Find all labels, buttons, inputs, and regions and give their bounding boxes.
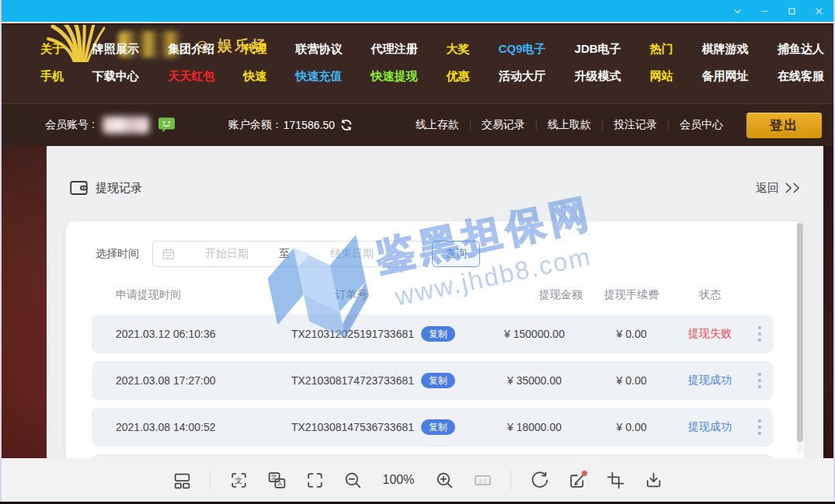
copy-button[interactable]: 复制 xyxy=(421,373,455,388)
refresh-balance-icon[interactable] xyxy=(340,119,353,131)
table-body: 2021.03.12 06:10:36TX210312025191733681复… xyxy=(92,315,773,458)
zoom-in-icon[interactable] xyxy=(434,470,454,490)
minimize-button[interactable] xyxy=(755,2,774,19)
download-icon[interactable] xyxy=(643,470,663,490)
nav-item[interactable]: 代理注册 xyxy=(371,42,417,56)
nav-item[interactable]: 大奖 xyxy=(447,42,470,56)
vertical-scrollbar[interactable] xyxy=(797,223,803,454)
chat-icon[interactable] xyxy=(157,116,176,134)
cell-status[interactable]: 提现成功 xyxy=(688,374,732,386)
nav-item[interactable]: 热门 xyxy=(650,42,673,56)
zoom-out-icon[interactable] xyxy=(343,470,363,490)
nav-column: CQ9电子活动大厅 xyxy=(499,42,546,83)
nav-item[interactable]: 升级模式 xyxy=(575,69,621,83)
cell-request-time: 2021.03.08 14:00:52 xyxy=(92,421,266,433)
maximize-button[interactable] xyxy=(782,2,801,19)
cell-request-time: 2021.03.08 17:27:00 xyxy=(92,374,266,387)
row-menu-icon[interactable] xyxy=(758,373,761,388)
notification-dot xyxy=(582,471,587,476)
nav-item[interactable]: 快速 xyxy=(243,69,266,83)
member-account-redacted xyxy=(103,116,149,134)
cell-request-time: 2021.03.12 06:10:36 xyxy=(92,328,266,340)
nav-item[interactable]: 快速提现 xyxy=(371,69,417,83)
cell-status[interactable]: 提现成功 xyxy=(688,420,732,433)
nav-item[interactable]: 天天红包 xyxy=(168,69,214,83)
nav-item[interactable]: 在线客服 xyxy=(778,69,824,83)
panels-icon[interactable] xyxy=(172,470,192,490)
nav-item[interactable]: 快速充值 xyxy=(295,69,342,83)
app-window: ◎ 娱乐场 关于手机牌照展示下载中心集团介绍天天红包代理快速联营协议快速充值代理… xyxy=(0,0,835,504)
start-date-placeholder[interactable]: 开始日期 xyxy=(175,247,279,261)
nav-item[interactable]: 网站 xyxy=(650,69,673,83)
account-link[interactable]: 投注记录 xyxy=(603,118,668,132)
titlebar xyxy=(0,0,835,23)
cell-status[interactable]: 提现失败 xyxy=(688,327,732,339)
nav-item[interactable]: 棋牌游戏 xyxy=(702,42,749,56)
nav-item[interactable]: 优惠 xyxy=(447,69,470,83)
edit-icon[interactable] xyxy=(567,470,587,490)
separator xyxy=(210,470,210,490)
image-toolbar: 文文A100%1:1 xyxy=(0,458,835,502)
page-title: 提现记录 xyxy=(96,181,142,196)
nav-item[interactable]: 活动大厅 xyxy=(499,69,545,83)
account-link[interactable]: 线上存款 xyxy=(405,118,470,132)
nav-item[interactable]: 牌照展示 xyxy=(92,42,139,56)
nav-item[interactable]: 关于 xyxy=(40,42,64,56)
separator xyxy=(510,470,511,490)
translate-icon[interactable]: 文A xyxy=(266,470,287,490)
nav-item[interactable]: 联营协议 xyxy=(295,42,342,56)
nav-item[interactable]: 捕鱼达人 xyxy=(778,42,824,56)
account-link[interactable]: 会员中心 xyxy=(669,118,734,132)
logout-button[interactable]: 登出 xyxy=(746,113,822,138)
cell-order-number: TX210308174723733681 xyxy=(291,374,414,387)
cell-fee: ¥ 0.00 xyxy=(589,421,674,433)
rotate-icon[interactable] xyxy=(529,470,549,490)
nav-item[interactable]: 手机 xyxy=(40,69,64,83)
account-link[interactable]: 线上取款 xyxy=(537,118,602,132)
cell-order-number: TX210312025191733681 xyxy=(291,328,414,340)
nav-item[interactable]: 代理 xyxy=(243,42,266,56)
filter-label: 选择时间 xyxy=(96,247,139,261)
ocr-icon[interactable]: 文 xyxy=(228,470,249,490)
double-chevron-right-icon xyxy=(785,182,802,193)
account-links: 线上存款交易记录线上取款投注记录会员中心 登出 xyxy=(405,113,835,138)
filter-row: 选择时间 开始日期 至 结束日期 查询 xyxy=(96,241,480,267)
table-row: 2021.03.12 06:10:36TX210312025191733681复… xyxy=(92,315,773,353)
nav-item[interactable]: JDB电子 xyxy=(575,42,621,56)
column-header: 订单号 xyxy=(245,288,458,302)
back-link[interactable]: 返回 xyxy=(756,181,802,196)
column-header: 申请提现时间 xyxy=(92,288,266,302)
nav-item[interactable]: 备用网址 xyxy=(702,69,749,83)
copy-button[interactable]: 复制 xyxy=(421,419,455,435)
nav-item[interactable]: 下载中心 xyxy=(92,69,139,83)
one-to-one-icon: 1:1 xyxy=(472,470,492,490)
column-header: 提现金额 xyxy=(506,288,615,302)
date-range-input[interactable]: 开始日期 至 结束日期 xyxy=(152,241,424,267)
row-menu-icon[interactable] xyxy=(758,326,761,342)
nav-column: 大奖优惠 xyxy=(447,42,470,83)
scrollbar-thumb[interactable] xyxy=(797,223,803,442)
query-button[interactable]: 查询 xyxy=(432,241,480,267)
end-date-placeholder[interactable]: 结束日期 xyxy=(290,247,414,261)
svg-text:文: 文 xyxy=(235,476,242,485)
nav-column: 热门网站 xyxy=(650,42,673,83)
nav-item[interactable]: 集团介绍 xyxy=(168,42,214,56)
row-menu-icon[interactable] xyxy=(758,419,761,435)
balance-label: 账户余额： xyxy=(228,118,283,132)
cell-amount: ¥ 150000.00 xyxy=(480,328,589,340)
nav-column: 牌照展示下载中心 xyxy=(92,42,139,83)
withdraw-records-card: 选择时间 开始日期 至 结束日期 查询 申请提现时间订单号提现金额提现手续费状态 xyxy=(66,221,804,458)
table-header-row: 申请提现时间订单号提现金额提现手续费状态 xyxy=(92,285,773,305)
account-link[interactable]: 交易记录 xyxy=(471,118,536,132)
close-button[interactable] xyxy=(809,2,828,19)
content-panel: 提现记录 返回 选择时间 开始日期 xyxy=(47,146,823,458)
fullscreen-icon[interactable] xyxy=(304,470,325,490)
nav-item[interactable]: CQ9电子 xyxy=(499,42,546,56)
chevron-down-button[interactable] xyxy=(728,2,746,19)
site-header: ◎ 娱乐场 关于手机牌照展示下载中心集团介绍天天红包代理快速联营协议快速充值代理… xyxy=(0,25,835,103)
nav-column: JDB电子升级模式 xyxy=(575,42,621,83)
column-header: 状态 xyxy=(674,288,746,302)
crop-icon[interactable] xyxy=(605,470,625,490)
titlebar-controls xyxy=(728,2,835,19)
copy-button[interactable]: 复制 xyxy=(421,326,455,342)
